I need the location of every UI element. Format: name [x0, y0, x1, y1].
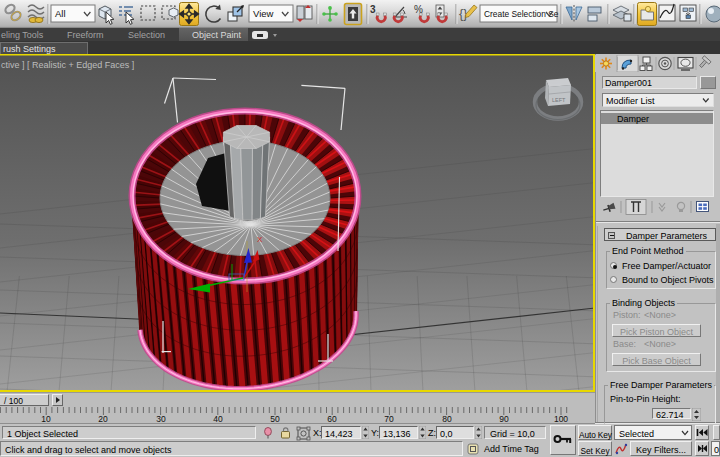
- svg-text:40: 40: [213, 414, 223, 424]
- svg-text:10: 10: [41, 414, 51, 424]
- svg-text:100: 100: [554, 414, 568, 424]
- svg-text:X: X: [257, 235, 263, 244]
- svg-text:80: 80: [442, 414, 452, 424]
- svg-text:3: 3: [370, 4, 376, 15]
- svg-text:30: 30: [156, 414, 166, 424]
- svg-text:All: All: [55, 8, 66, 19]
- svg-text:ctive ] [ Realistic + Edged Fa: ctive ] [ Realistic + Edged Faces ]: [1, 60, 134, 70]
- svg-text:90: 90: [499, 414, 509, 424]
- svg-text:70: 70: [384, 414, 394, 424]
- svg-text:50: 50: [270, 414, 280, 424]
- svg-text:20: 20: [98, 414, 108, 424]
- svg-text:View: View: [253, 8, 274, 19]
- svg-text:60: 60: [327, 414, 337, 424]
- svg-text:LEFT: LEFT: [552, 97, 566, 103]
